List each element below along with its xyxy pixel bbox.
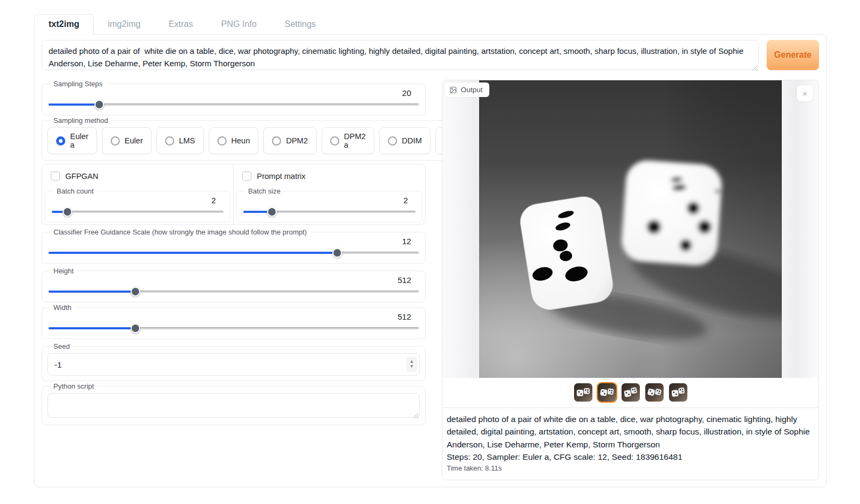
close-icon[interactable]: × bbox=[797, 85, 813, 101]
sampling-steps-value: 20 bbox=[47, 88, 420, 99]
sampler-option-label: LMS bbox=[179, 136, 195, 145]
tab-img2img[interactable]: img2img bbox=[94, 15, 154, 34]
caption-prompt: detailed photo of a pair of white die on… bbox=[447, 413, 814, 451]
batch-count-group: Batch count 2 bbox=[45, 187, 230, 223]
gallery-thumbnail-0[interactable] bbox=[573, 382, 593, 403]
python-script-input[interactable] bbox=[47, 393, 420, 418]
output-label: Output bbox=[461, 86, 483, 94]
slider-thumb[interactable] bbox=[131, 323, 140, 333]
gallery-thumbnail-4[interactable] bbox=[668, 382, 688, 403]
tab-bar: txt2imgimg2imgExtrasPNG InfoSettings bbox=[34, 13, 827, 34]
sampling-steps-label: Sampling Steps bbox=[51, 80, 105, 88]
thumbnail-strip bbox=[442, 378, 818, 408]
sampling-method-options: Euler aEulerLMSHeunDPM2DPM2 aDDIMPLMS bbox=[47, 125, 488, 155]
output-panel: Output × detailed photo of a pair of whi… bbox=[442, 80, 819, 480]
tab-extras[interactable]: Extras bbox=[154, 15, 207, 34]
generated-image[interactable] bbox=[479, 80, 782, 378]
batch-size-slider[interactable] bbox=[243, 206, 415, 217]
slider-thumb[interactable] bbox=[131, 287, 140, 296]
generation-info: detailed photo of a pair of white die on… bbox=[442, 408, 818, 480]
stable-diffusion-webui: txt2imgimg2imgExtrasPNG InfoSettings det… bbox=[34, 13, 827, 487]
batch-size-label: Batch size bbox=[245, 187, 283, 195]
width-value: 512 bbox=[47, 312, 420, 323]
sampler-option-euler-a[interactable]: Euler a bbox=[47, 127, 97, 154]
sampling-method-label: Sampling method bbox=[51, 116, 111, 125]
cfg-scale-slider[interactable] bbox=[49, 247, 419, 258]
settings-column: Sampling Steps 20 Sampling method Euler … bbox=[42, 80, 426, 480]
image-icon bbox=[449, 86, 457, 94]
radio-selected-icon[interactable] bbox=[56, 136, 65, 146]
batch-count-value: 2 bbox=[51, 196, 224, 206]
seed-input[interactable] bbox=[47, 353, 420, 376]
output-header: Output bbox=[445, 82, 489, 97]
radio-icon[interactable] bbox=[272, 136, 281, 146]
output-gallery: Output × bbox=[442, 80, 818, 378]
radio-icon[interactable] bbox=[111, 136, 120, 146]
sampler-option-label: DPM2 a bbox=[344, 132, 366, 149]
python-script-group: Python script bbox=[42, 382, 426, 425]
checkbox-box[interactable] bbox=[51, 171, 60, 181]
seed-spinner[interactable]: ▲▼ bbox=[406, 357, 417, 372]
height-label: Height bbox=[51, 267, 77, 275]
spinner-down-icon[interactable]: ▼ bbox=[409, 364, 414, 369]
height-value: 512 bbox=[47, 275, 420, 286]
caption-time-taken: Time taken: 8.11s bbox=[447, 464, 814, 472]
prompt-matrix-label: Prompt matrix bbox=[257, 172, 305, 181]
sampling-steps-slider[interactable] bbox=[49, 99, 419, 110]
slider-thumb[interactable] bbox=[267, 207, 277, 217]
caption-params: Steps: 20, Sampler: Euler a, CFG scale: … bbox=[447, 451, 814, 463]
prompt-row: detailed photo of a pair of white die on… bbox=[42, 40, 819, 72]
width-label: Width bbox=[51, 303, 74, 312]
seed-group: Seed ▲▼ bbox=[42, 342, 426, 381]
height-group: Height 512 bbox=[42, 267, 426, 302]
batch-count-label: Batch count bbox=[54, 187, 97, 195]
sampler-option-dpm2-a[interactable]: DPM2 a bbox=[322, 127, 374, 154]
sampler-option-label: Euler a bbox=[70, 132, 88, 149]
sampler-option-ddim[interactable]: DDIM bbox=[379, 127, 431, 154]
cfg-scale-value: 12 bbox=[47, 237, 420, 247]
sampler-option-label: DPM2 bbox=[286, 136, 308, 145]
sampler-option-lms[interactable]: LMS bbox=[156, 127, 204, 154]
sampling-method-group: Sampling method Euler aEulerLMSHeunDPM2D… bbox=[42, 116, 494, 161]
slider-thumb[interactable] bbox=[63, 207, 72, 217]
options-panel: GFPGAN Prompt matrix Batch count 2 bbox=[42, 164, 426, 225]
prompt-matrix-checkbox[interactable]: Prompt matrix bbox=[234, 164, 425, 187]
width-slider[interactable] bbox=[49, 323, 419, 334]
radio-icon[interactable] bbox=[217, 136, 227, 146]
batch-size-value: 2 bbox=[242, 196, 417, 206]
height-slider[interactable] bbox=[49, 286, 419, 297]
batch-count-slider[interactable] bbox=[52, 206, 223, 217]
sampler-option-euler[interactable]: Euler bbox=[102, 127, 152, 154]
gfpgan-label: GFPGAN bbox=[65, 172, 98, 181]
gallery-thumbnail-2[interactable] bbox=[620, 382, 641, 403]
sampler-option-label: Euler bbox=[125, 136, 143, 145]
txt2img-panel: detailed photo of a pair of white die on… bbox=[34, 34, 827, 487]
gfpgan-checkbox[interactable]: GFPGAN bbox=[42, 164, 234, 187]
radio-icon[interactable] bbox=[330, 136, 339, 146]
radio-icon[interactable] bbox=[388, 136, 397, 146]
seed-label: Seed bbox=[51, 342, 72, 350]
gallery-thumbnail-3[interactable] bbox=[644, 382, 665, 403]
slider-thumb[interactable] bbox=[94, 100, 104, 109]
sampler-option-heun[interactable]: Heun bbox=[209, 127, 259, 154]
cfg-scale-group: Classifier Free Guidance Scale (how stro… bbox=[42, 228, 426, 264]
sampler-option-dpm2[interactable]: DPM2 bbox=[263, 127, 316, 154]
gallery-thumbnail-1[interactable] bbox=[597, 382, 617, 403]
checkbox-box[interactable] bbox=[242, 171, 251, 181]
tab-settings[interactable]: Settings bbox=[271, 15, 330, 34]
sampler-option-label: Heun bbox=[231, 136, 250, 145]
python-script-label: Python script bbox=[51, 382, 97, 390]
tab-png-info[interactable]: PNG Info bbox=[207, 15, 271, 34]
sampling-steps-group: Sampling Steps 20 bbox=[42, 80, 426, 115]
prompt-input[interactable]: detailed photo of a pair of white die on… bbox=[42, 40, 759, 70]
tab-txt2img[interactable]: txt2img bbox=[34, 14, 94, 34]
slider-thumb[interactable] bbox=[332, 248, 342, 258]
generate-button[interactable]: Generate bbox=[767, 40, 819, 70]
batch-size-group: Batch size 2 bbox=[236, 187, 422, 223]
radio-icon[interactable] bbox=[165, 136, 174, 146]
cfg-scale-label: Classifier Free Guidance Scale (how stro… bbox=[51, 228, 310, 236]
width-group: Width 512 bbox=[42, 303, 426, 339]
sampler-option-label: DDIM bbox=[402, 136, 422, 145]
